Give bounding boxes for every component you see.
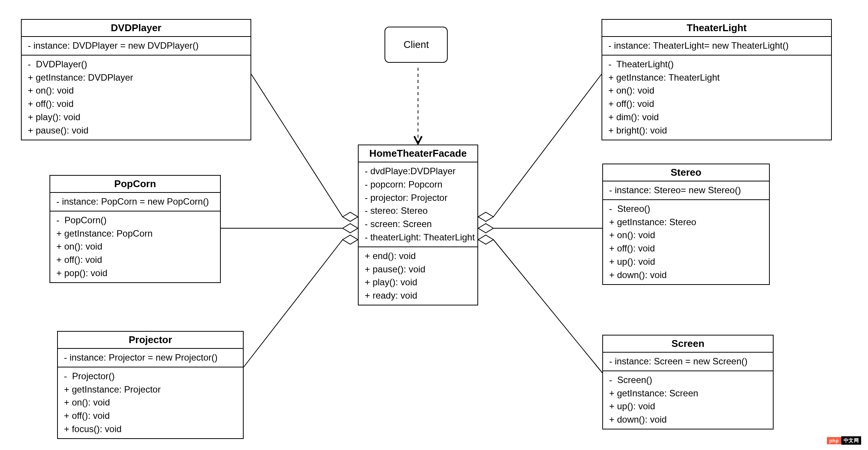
uml-member: + on(): void	[28, 84, 244, 97]
svg-marker-4	[478, 224, 493, 233]
uml-member: + off(): void	[609, 242, 763, 255]
uml-member: + off(): void	[56, 253, 214, 267]
uml-member: - TheaterLight()	[608, 58, 825, 71]
uml-member: + getInstance: Projector	[64, 383, 237, 396]
uml-member: - instance: PopCorn = new PopCorn()	[56, 195, 214, 208]
uml-member: - screen: Screen	[365, 218, 471, 231]
uml-member: + end(): void	[365, 250, 471, 263]
uml-member: + getInstance: Screen	[609, 387, 767, 400]
uml-member: - instance: DVDPlayer = new DVDPlayer()	[28, 39, 244, 52]
class-title: PopCorn	[50, 176, 220, 193]
svg-marker-2	[343, 235, 358, 244]
uml-member: + up(): void	[609, 255, 763, 269]
uml-member: + bright(): void	[608, 124, 825, 137]
uml-member: + on(): void	[64, 396, 237, 409]
diamond-right-bot	[478, 235, 493, 244]
method-section: - TheaterLight()+ getInstance: TheaterLi…	[602, 55, 831, 140]
uml-member: + on(): void	[608, 84, 825, 97]
edge-facade-projector	[244, 240, 343, 367]
uml-member: + up(): void	[609, 400, 767, 413]
uml-member: + down(): void	[609, 269, 763, 282]
method-section: - Projector()+ getInstance: Projector+ o…	[58, 367, 243, 438]
diamond-left-mid	[343, 224, 358, 233]
class-popcorn: PopCorn - instance: PopCorn = new PopCor…	[49, 175, 221, 283]
class-theaterlight: TheaterLight - instance: TheaterLight= n…	[602, 19, 832, 140]
uml-member: + focus(): void	[64, 423, 237, 436]
field-section: - instance: DVDPlayer = new DVDPlayer()	[22, 37, 251, 55]
class-screen: Screen - instance: Screen = new Screen()…	[602, 335, 774, 429]
uml-member: - dvdPlaye:DVDPlayer	[365, 165, 471, 178]
uml-member: + down(): void	[609, 413, 767, 426]
class-title: Projector	[58, 332, 243, 349]
uml-member: + ready: void	[365, 289, 471, 302]
watermark-right: 中文网	[841, 436, 862, 445]
uml-member: + play(): void	[365, 276, 471, 289]
diagram-canvas: Client HomeTheaterFacade - dvdPlaye:DVDP…	[0, 0, 868, 450]
uml-member: - stereo: Stereo	[365, 204, 471, 218]
field-section: - dvdPlaye:DVDPlayer- popcorn: Popcorn- …	[359, 162, 477, 246]
uml-member: + getInstance: PopCorn	[56, 227, 214, 240]
uml-member: - Stereo()	[609, 202, 763, 216]
uml-member: - instance: Projector = new Projector()	[64, 351, 237, 364]
client-node: Client	[385, 27, 448, 63]
field-section: - instance: Stereo= new Stereo()	[603, 181, 769, 199]
edge-facade-dvdplayer	[251, 74, 343, 217]
watermark: php 中文网	[827, 436, 861, 445]
edge-facade-screen	[493, 240, 602, 373]
uml-member: + getInstance: DVDPlayer	[28, 71, 244, 84]
uml-member: - projector: Projector	[365, 191, 471, 205]
diamond-left-bot	[343, 235, 358, 244]
uml-member: - instance: Screen = new Screen()	[609, 355, 767, 368]
class-dvdplayer: DVDPlayer - instance: DVDPlayer = new DV…	[21, 19, 251, 140]
uml-member: + pause(): void	[365, 263, 471, 276]
class-title: Screen	[603, 336, 773, 353]
field-section: - instance: Screen = new Screen()	[603, 353, 773, 370]
method-section: - Screen()+ getInstance: Screen+ up(): v…	[603, 370, 773, 429]
diamond-right-top	[478, 212, 493, 221]
uml-member: - Screen()	[609, 374, 767, 387]
method-section: - PopCorn()+ getInstance: PopCorn+ on():…	[50, 211, 220, 282]
watermark-left: php	[827, 437, 841, 444]
uml-member: - instance: TheaterLight= new TheaterLig…	[608, 39, 825, 52]
class-title: HomeTheaterFacade	[359, 145, 477, 162]
uml-member: + on(): void	[56, 240, 214, 253]
method-section: - DVDPlayer()+ getInstance: DVDPlayer+ o…	[22, 55, 251, 140]
field-section: - instance: Projector = new Projector()	[58, 349, 243, 367]
svg-marker-1	[343, 224, 358, 233]
uml-member: - PopCorn()	[56, 214, 214, 227]
svg-marker-3	[478, 212, 493, 221]
svg-marker-0	[343, 212, 358, 221]
uml-member: + off(): void	[608, 97, 825, 111]
class-title: Stereo	[603, 164, 769, 181]
uml-member: + on(): void	[609, 229, 763, 242]
edge-facade-theaterlight	[493, 74, 602, 217]
uml-member: + pop(): void	[56, 267, 214, 280]
uml-member: + off(): void	[64, 409, 237, 423]
uml-member: - instance: Stereo= new Stereo()	[609, 184, 763, 197]
uml-member: + pause(): void	[28, 124, 244, 137]
uml-member: - DVDPlayer()	[28, 58, 244, 71]
field-section: - instance: PopCorn = new PopCorn()	[50, 193, 220, 211]
class-title: TheaterLight	[602, 20, 831, 37]
method-section: + end(): void+ pause(): void+ play(): vo…	[359, 246, 477, 305]
svg-marker-5	[478, 235, 493, 244]
client-label: Client	[404, 39, 429, 50]
field-section: - instance: TheaterLight= new TheaterLig…	[602, 37, 831, 55]
uml-member: + getInstance: TheaterLight	[608, 71, 825, 84]
class-projector: Projector - instance: Projector = new Pr…	[57, 331, 244, 439]
class-title: DVDPlayer	[22, 20, 251, 37]
uml-member: - popcorn: Popcorn	[365, 178, 471, 191]
uml-member: - Projector()	[64, 370, 237, 383]
uml-member: + getInstance: Stereo	[609, 216, 763, 229]
class-hometheaterfacade: HomeTheaterFacade - dvdPlaye:DVDPlayer- …	[358, 145, 478, 305]
diamond-right-mid	[478, 224, 493, 233]
class-stereo: Stereo - instance: Stereo= new Stereo() …	[602, 164, 770, 285]
uml-member: + dim(): void	[608, 111, 825, 124]
uml-member: + off(): void	[28, 97, 244, 111]
method-section: - Stereo()+ getInstance: Stereo+ on(): v…	[603, 199, 769, 284]
diamond-left-top	[343, 212, 358, 221]
uml-member: + play(): void	[28, 111, 244, 124]
uml-member: - theaterLight: TheaterLight	[365, 231, 471, 244]
